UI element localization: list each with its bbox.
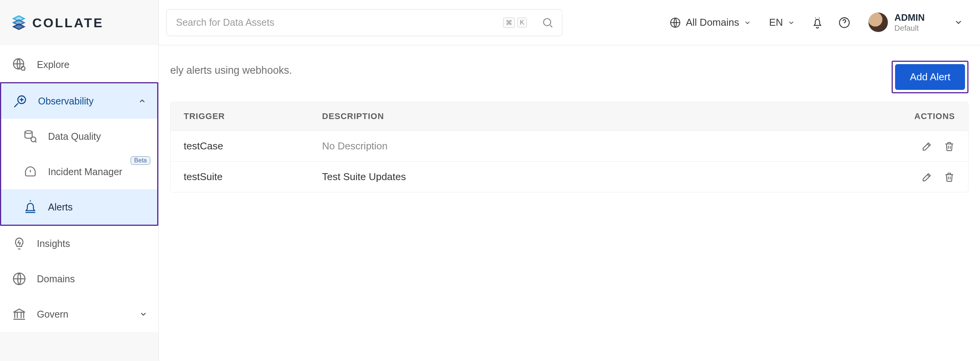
content: ely alerts using webhooks. Add Alert TRI… [159, 45, 980, 192]
search-shortcut: ⌘ K [503, 17, 527, 28]
globe-search-icon [11, 56, 28, 73]
app-root: COLLATE Explore [0, 0, 980, 361]
language-label: EN [769, 17, 783, 28]
alerts-table: TRIGGER DESCRIPTION ACTIONS testCase No … [170, 102, 968, 192]
table-body: testCase No Description testSuite [171, 131, 968, 192]
notifications-button[interactable] [807, 13, 827, 33]
sidebar-item-alerts[interactable]: Alerts [1, 189, 157, 225]
cell-actions [891, 131, 968, 161]
language-selector[interactable]: EN [764, 13, 801, 31]
cell-description: Test Suite Updates [309, 162, 891, 192]
topbar: ⌘ K All Domains EN [159, 0, 980, 45]
delete-icon[interactable] [943, 141, 955, 152]
observability-subnav: Data Quality Beta Incident Manager [1, 119, 157, 225]
user-name: ADMIN [894, 12, 925, 23]
cell-description: No Description [309, 131, 891, 161]
data-quality-icon [22, 128, 39, 145]
user-sub: Default [894, 23, 925, 33]
kbd-key: K [517, 18, 527, 28]
logo[interactable]: COLLATE [0, 0, 158, 45]
domains-selector[interactable]: All Domains [664, 13, 757, 32]
th-actions: ACTIONS [891, 102, 968, 131]
sidebar-item-label: Domains [37, 273, 75, 285]
insights-icon [11, 235, 28, 252]
sidebar-item-label: Explore [37, 59, 70, 70]
alerts-icon [22, 199, 39, 215]
th-actions-label: ACTIONS [914, 111, 955, 121]
sidebar-observability-group-highlight: Observability Data Quality [0, 82, 158, 226]
kbd-cmd: ⌘ [503, 17, 515, 28]
main: ⌘ K All Domains EN [159, 0, 980, 361]
sidebar-item-label: Insights [37, 238, 70, 249]
sidebar-item-domains[interactable]: Domains [0, 261, 158, 296]
domains-label: All Domains [686, 17, 739, 28]
domains-icon [11, 270, 28, 287]
sidebar-item-govern[interactable]: Govern [0, 296, 158, 332]
incident-icon [22, 163, 39, 180]
chevron-down-icon [744, 19, 751, 26]
sidebar-item-insights[interactable]: Insights [0, 226, 158, 261]
sidebar-item-label: Observability [38, 96, 94, 107]
svg-point-4 [31, 137, 36, 142]
globe-icon [669, 17, 681, 29]
search-wrap: ⌘ K [166, 9, 562, 36]
help-button[interactable] [834, 13, 854, 33]
sidebar-item-data-quality[interactable]: Data Quality [1, 119, 157, 154]
add-alert-highlight: Add Alert [892, 61, 968, 93]
table-row: testCase No Description [171, 131, 968, 161]
sidebar-item-label: Alerts [48, 202, 73, 213]
govern-icon [11, 306, 28, 323]
th-description: DESCRIPTION [309, 102, 891, 131]
add-alert-button[interactable]: Add Alert [895, 64, 965, 90]
avatar [868, 12, 888, 32]
sidebar-nav: Explore Observability [0, 45, 158, 332]
sidebar-item-label: Govern [37, 309, 68, 320]
edit-icon[interactable] [921, 171, 933, 183]
th-trigger: TRIGGER [171, 102, 309, 131]
sidebar-item-observability[interactable]: Observability [1, 83, 157, 119]
chevron-down-icon [954, 18, 963, 27]
cell-trigger[interactable]: testCase [171, 131, 309, 161]
table-row: testSuite Test Suite Updates [171, 161, 968, 192]
observability-icon [12, 93, 29, 109]
sidebar-item-incident-manager[interactable]: Beta Incident Manager [1, 154, 157, 189]
cell-trigger[interactable]: testSuite [171, 162, 309, 192]
page-header-row: ely alerts using webhooks. Add Alert [170, 61, 968, 93]
brand-icon [11, 15, 27, 31]
edit-icon[interactable] [921, 141, 933, 152]
sidebar-item-explore[interactable]: Explore [0, 47, 158, 82]
brand-name: COLLATE [32, 15, 104, 30]
user-menu[interactable]: ADMIN Default [868, 12, 963, 33]
table-header: TRIGGER DESCRIPTION ACTIONS [171, 102, 968, 131]
cell-actions [891, 162, 968, 192]
search-icon[interactable] [541, 17, 554, 29]
svg-point-6 [543, 18, 551, 26]
page-subtitle: ely alerts using webhooks. [170, 65, 292, 76]
svg-point-3 [25, 131, 32, 133]
chevron-down-icon [787, 19, 795, 26]
beta-badge: Beta [131, 156, 150, 165]
chevron-down-icon [139, 310, 148, 318]
sidebar-item-label: Data Quality [48, 131, 101, 142]
delete-icon[interactable] [943, 171, 955, 183]
sidebar: COLLATE Explore [0, 0, 159, 361]
sidebar-item-label: Incident Manager [48, 166, 122, 177]
user-texts: ADMIN Default [894, 12, 925, 33]
chevron-up-icon [138, 97, 146, 105]
